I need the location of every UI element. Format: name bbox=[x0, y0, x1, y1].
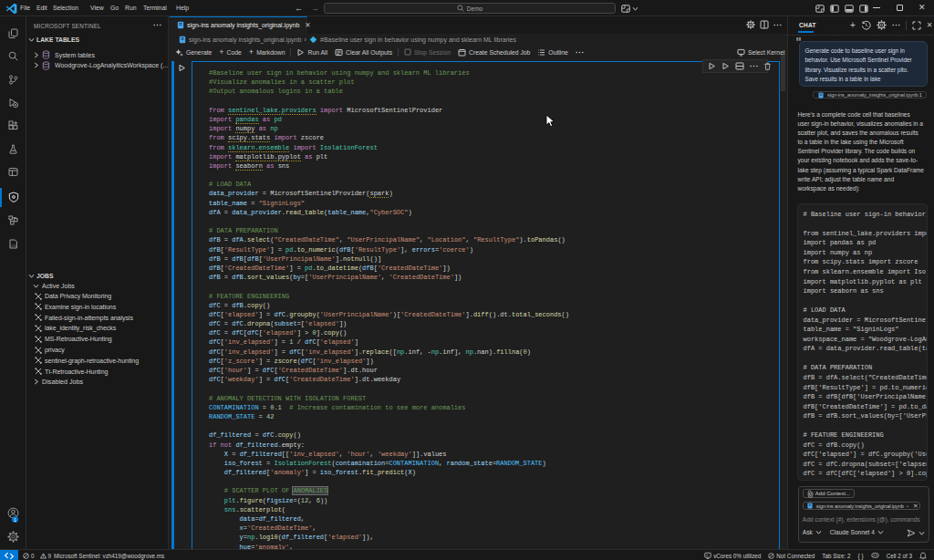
svg-text:LOG: LOG bbox=[10, 244, 17, 247]
